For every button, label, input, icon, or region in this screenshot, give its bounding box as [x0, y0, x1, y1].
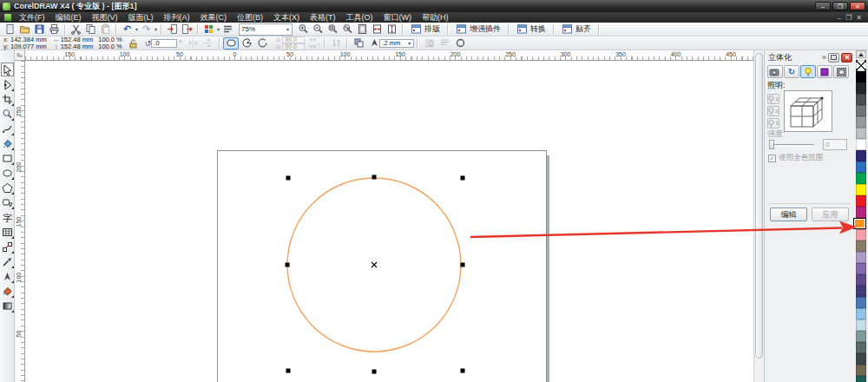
- zoom-selected-icon[interactable]: [326, 23, 340, 36]
- docker-close-button[interactable]: [841, 53, 852, 63]
- color-swatch-25[interactable]: [856, 342, 866, 353]
- application-launcher-icon[interactable]: [201, 23, 216, 36]
- ruler-origin[interactable]: ‰: [15, 50, 25, 61]
- zoom-to-page-height-icon[interactable]: [385, 23, 399, 36]
- mdi-restore-button[interactable]: ❐: [845, 14, 852, 22]
- horizontal-ruler[interactable]: 15010050050100150200250300350400450: [25, 50, 753, 61]
- edit-button[interactable]: 编辑: [770, 207, 807, 221]
- menu-effects[interactable]: 效果(C): [195, 12, 233, 23]
- import-button[interactable]: [165, 23, 180, 36]
- polygon-tool[interactable]: [1, 181, 14, 194]
- color-swatch-9[interactable]: [856, 161, 866, 173]
- menu-view[interactable]: 视图(V): [87, 12, 123, 23]
- menu-table[interactable]: 表格(T): [305, 12, 341, 23]
- wrap-text-icon[interactable]: [421, 37, 437, 49]
- zoom-in-icon[interactable]: [296, 23, 311, 36]
- color-swatch-14[interactable]: [853, 218, 866, 229]
- undo-dropdown-icon[interactable]: ▾: [135, 26, 138, 32]
- color-swatch-21[interactable]: [856, 297, 866, 308]
- color-swatch-19[interactable]: [856, 274, 866, 286]
- docker-collapse-button[interactable]: [828, 53, 839, 63]
- plugin-button-snap[interactable]: 贴齐: [557, 23, 595, 36]
- ellipse-tool[interactable]: [1, 166, 14, 180]
- arc-angle-fields[interactable]: ⊙90.0 ⊙90.0: [273, 36, 305, 50]
- new-document-button[interactable]: [3, 23, 17, 36]
- mirror-horizontal-icon[interactable]: [185, 37, 201, 49]
- mirror-vertical-icon[interactable]: [201, 37, 216, 49]
- plugin-button-layout[interactable]: 排版: [406, 23, 444, 36]
- intensity-value-field[interactable]: 0: [823, 139, 847, 150]
- mdi-minimize-button[interactable]: –: [838, 14, 841, 22]
- change-direction-icon[interactable]: [328, 37, 344, 49]
- menu-edit[interactable]: 编辑(E): [50, 12, 87, 23]
- scrollbar-thumb[interactable]: [755, 53, 763, 359]
- vertical-scrollbar[interactable]: [753, 50, 764, 382]
- print-button[interactable]: [47, 23, 62, 36]
- open-button[interactable]: [17, 23, 32, 36]
- maximize-button[interactable]: ❐: [832, 2, 848, 10]
- text-properties-icon[interactable]: [437, 37, 452, 49]
- export-button[interactable]: [180, 23, 194, 36]
- to-back-of-layer-icon[interactable]: [351, 37, 366, 49]
- color-swatch-4[interactable]: [856, 105, 866, 116]
- launcher-dropdown-icon[interactable]: ▾: [217, 26, 220, 32]
- options-icon[interactable]: [220, 23, 235, 36]
- drawing-canvas[interactable]: [25, 61, 753, 382]
- color-swatch-26[interactable]: [856, 353, 866, 365]
- color-swatch-11[interactable]: [856, 184, 866, 195]
- menu-help[interactable]: 帮助(H): [417, 12, 454, 23]
- shape-tool[interactable]: [1, 77, 14, 91]
- extrude-color-icon[interactable]: [817, 65, 832, 78]
- extrude-camera-icon[interactable]: [767, 65, 783, 78]
- zoom-to-page-width-icon[interactable]: [370, 23, 385, 36]
- color-swatch-6[interactable]: [856, 128, 866, 139]
- redo-dropdown-icon[interactable]: ▾: [155, 26, 157, 32]
- arc-mode-button[interactable]: [254, 37, 270, 49]
- color-swatch-7[interactable]: [856, 139, 866, 150]
- minimize-button[interactable]: –: [815, 2, 831, 10]
- light-source-1-button[interactable]: 1: [767, 94, 779, 104]
- paste-button[interactable]: [98, 23, 113, 36]
- menu-text[interactable]: 文本(X): [268, 12, 305, 23]
- color-swatch-1[interactable]: [856, 71, 866, 82]
- object-size-fields[interactable]: ↔152.48 mm ↕152.48 mm: [52, 36, 94, 50]
- full-color-range-checkbox[interactable]: [768, 155, 776, 162]
- close-button[interactable]: ✕: [850, 2, 865, 10]
- fill-tool[interactable]: [1, 284, 14, 298]
- color-swatch-24[interactable]: [856, 331, 866, 342]
- crop-tool[interactable]: [1, 92, 14, 106]
- pie-mode-button[interactable]: [239, 37, 254, 49]
- scale-factor-fields[interactable]: 100.0 % 100.0 %: [98, 36, 122, 50]
- freehand-tool[interactable]: [1, 122, 14, 135]
- menu-layout[interactable]: 版面(L): [123, 12, 159, 23]
- zoom-tool[interactable]: [1, 107, 14, 121]
- menu-file[interactable]: 文件(F): [14, 12, 50, 23]
- undo-button[interactable]: ↶: [120, 23, 135, 36]
- rotation-angle-field[interactable]: .0: [151, 39, 177, 48]
- zoom-level-combo[interactable]: 75% ▾: [239, 23, 293, 36]
- cut-button[interactable]: [69, 23, 83, 36]
- color-swatch-23[interactable]: [856, 319, 866, 331]
- color-swatch-10[interactable]: [856, 173, 866, 184]
- palette-scroll-up-button[interactable]: [856, 50, 866, 58]
- color-swatch-15[interactable]: [856, 229, 866, 240]
- color-swatch-17[interactable]: [856, 252, 866, 263]
- extrude-rotation-icon[interactable]: ↻: [784, 65, 799, 78]
- light-source-2-button[interactable]: 2: [767, 106, 779, 116]
- eyedropper-tool[interactable]: [1, 254, 14, 268]
- color-swatch-3[interactable]: [856, 94, 866, 105]
- interactive-fill-tool[interactable]: [1, 299, 14, 313]
- lighting-preview[interactable]: [784, 90, 832, 132]
- apply-button[interactable]: 应用: [812, 207, 849, 221]
- slider-thumb[interactable]: [769, 140, 774, 149]
- color-swatch-27[interactable]: [856, 365, 866, 376]
- title-bar[interactable]: CorelDRAW X4 ( 专业版 ) - [图形1] – ❐ ✕: [0, 0, 868, 12]
- color-swatch-12[interactable]: [856, 195, 866, 207]
- angle-spinners[interactable]: ° °: [310, 36, 319, 50]
- smart-fill-tool[interactable]: [1, 136, 14, 150]
- zoom-out-icon[interactable]: [311, 23, 326, 36]
- slider-track[interactable]: [769, 144, 814, 147]
- extrude-bevel-icon[interactable]: [833, 65, 849, 78]
- menu-arrange[interactable]: 排列(A): [159, 12, 195, 23]
- docker-chevron-icon[interactable]: »: [822, 53, 826, 62]
